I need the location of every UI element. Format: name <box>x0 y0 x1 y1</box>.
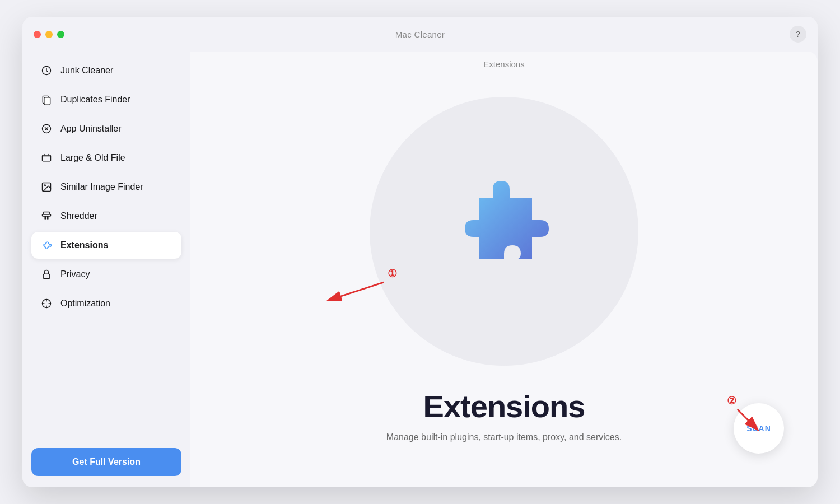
svg-line-18 <box>328 282 384 300</box>
puzzle-illustration <box>442 170 566 293</box>
app-uninstaller-label: App Uninstaller <box>60 124 122 134</box>
icon-circle <box>370 97 638 366</box>
app-uninstaller-icon <box>40 123 53 135</box>
duplicates-finder-label: Duplicates Finder <box>60 95 130 105</box>
content-subtitle: Manage built-in plugins, start-up items,… <box>386 432 622 442</box>
svg-rect-11 <box>43 274 50 278</box>
sidebar-item-junk-cleaner[interactable]: Junk Cleaner <box>31 57 181 84</box>
extensions-label: Extensions <box>60 240 108 250</box>
traffic-lights <box>34 31 64 38</box>
similar-image-finder-label: Similar Image Finder <box>60 182 143 192</box>
minimize-button[interactable] <box>45 31 53 38</box>
privacy-icon <box>40 268 53 281</box>
sidebar-item-large-old-file[interactable]: Large & Old File <box>31 144 181 171</box>
shredder-icon <box>40 210 53 222</box>
sidebar-item-app-uninstaller[interactable]: App Uninstaller <box>31 115 181 142</box>
svg-text:②: ② <box>727 395 736 407</box>
extensions-icon <box>40 239 53 251</box>
duplicates-finder-icon <box>40 94 53 106</box>
maximize-button <box>57 31 64 38</box>
app-title: Mac Cleaner <box>395 30 445 39</box>
sidebar-item-duplicates-finder[interactable]: Duplicates Finder <box>31 86 181 113</box>
sidebar-item-similar-image-finder[interactable]: Similar Image Finder <box>31 174 181 200</box>
title-bar: Mac Cleaner ? <box>22 17 818 52</box>
close-button[interactable] <box>34 31 41 38</box>
junk-cleaner-icon <box>40 64 53 77</box>
sidebar-item-optimization[interactable]: Optimization <box>31 290 181 317</box>
svg-rect-10 <box>43 212 50 214</box>
content-text: Extensions Manage built-in plugins, star… <box>386 388 622 442</box>
large-old-file-icon <box>40 152 53 164</box>
sidebar: Junk Cleaner Duplicates Finder <box>22 52 190 487</box>
svg-rect-6 <box>43 155 51 161</box>
scan-button[interactable]: SCAN <box>734 403 784 454</box>
shredder-label: Shredder <box>60 211 97 221</box>
content-title: Extensions <box>386 388 622 424</box>
main-content: Junk Cleaner Duplicates Finder <box>22 52 818 487</box>
content-area: Extensions Extensions <box>190 52 818 487</box>
svg-rect-2 <box>44 97 50 105</box>
page-title: Extensions <box>483 59 524 69</box>
junk-cleaner-label: Junk Cleaner <box>60 66 113 76</box>
sidebar-item-shredder[interactable]: Shredder <box>31 203 181 230</box>
similar-image-finder-icon <box>40 181 53 193</box>
sidebar-item-privacy[interactable]: Privacy <box>31 261 181 288</box>
privacy-label: Privacy <box>60 269 90 279</box>
optimization-icon <box>40 297 53 310</box>
sidebar-item-extensions[interactable]: Extensions <box>31 232 181 259</box>
svg-point-8 <box>44 185 46 186</box>
optimization-label: Optimization <box>60 298 110 309</box>
get-full-version-button[interactable]: Get Full Version <box>31 448 181 476</box>
app-window: Mac Cleaner ? Junk Cleaner <box>22 17 818 487</box>
large-old-file-label: Large & Old File <box>60 153 125 163</box>
help-button[interactable]: ? <box>790 26 806 43</box>
